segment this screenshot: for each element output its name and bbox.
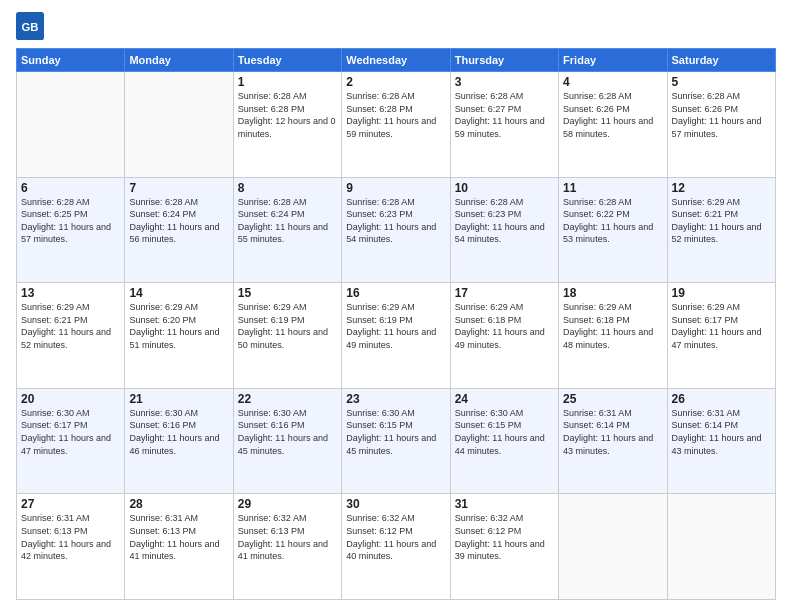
table-row: 10Sunrise: 6:28 AMSunset: 6:23 PMDayligh…: [450, 177, 558, 283]
table-row: 4Sunrise: 6:28 AMSunset: 6:26 PMDaylight…: [559, 72, 667, 178]
day-info: Sunrise: 6:29 AMSunset: 6:20 PMDaylight:…: [129, 301, 228, 351]
day-number: 23: [346, 392, 445, 406]
day-number: 5: [672, 75, 771, 89]
table-row: [125, 72, 233, 178]
day-info: Sunrise: 6:28 AMSunset: 6:23 PMDaylight:…: [455, 196, 554, 246]
logo-icon: GB: [16, 12, 44, 40]
column-header-monday: Monday: [125, 49, 233, 72]
day-number: 15: [238, 286, 337, 300]
table-row: 7Sunrise: 6:28 AMSunset: 6:24 PMDaylight…: [125, 177, 233, 283]
column-header-sunday: Sunday: [17, 49, 125, 72]
table-row: 29Sunrise: 6:32 AMSunset: 6:13 PMDayligh…: [233, 494, 341, 600]
day-number: 14: [129, 286, 228, 300]
day-number: 25: [563, 392, 662, 406]
day-info: Sunrise: 6:31 AMSunset: 6:13 PMDaylight:…: [21, 512, 120, 562]
day-number: 10: [455, 181, 554, 195]
day-number: 6: [21, 181, 120, 195]
table-row: 3Sunrise: 6:28 AMSunset: 6:27 PMDaylight…: [450, 72, 558, 178]
day-info: Sunrise: 6:30 AMSunset: 6:15 PMDaylight:…: [455, 407, 554, 457]
day-info: Sunrise: 6:31 AMSunset: 6:14 PMDaylight:…: [672, 407, 771, 457]
table-row: [559, 494, 667, 600]
day-info: Sunrise: 6:29 AMSunset: 6:19 PMDaylight:…: [238, 301, 337, 351]
table-row: 13Sunrise: 6:29 AMSunset: 6:21 PMDayligh…: [17, 283, 125, 389]
day-number: 22: [238, 392, 337, 406]
table-row: 2Sunrise: 6:28 AMSunset: 6:28 PMDaylight…: [342, 72, 450, 178]
column-header-thursday: Thursday: [450, 49, 558, 72]
table-row: 21Sunrise: 6:30 AMSunset: 6:16 PMDayligh…: [125, 388, 233, 494]
table-row: 19Sunrise: 6:29 AMSunset: 6:17 PMDayligh…: [667, 283, 775, 389]
table-row: [17, 72, 125, 178]
table-row: 31Sunrise: 6:32 AMSunset: 6:12 PMDayligh…: [450, 494, 558, 600]
day-number: 8: [238, 181, 337, 195]
table-row: 24Sunrise: 6:30 AMSunset: 6:15 PMDayligh…: [450, 388, 558, 494]
day-number: 24: [455, 392, 554, 406]
day-info: Sunrise: 6:28 AMSunset: 6:22 PMDaylight:…: [563, 196, 662, 246]
day-number: 13: [21, 286, 120, 300]
table-row: 26Sunrise: 6:31 AMSunset: 6:14 PMDayligh…: [667, 388, 775, 494]
day-info: Sunrise: 6:28 AMSunset: 6:23 PMDaylight:…: [346, 196, 445, 246]
day-info: Sunrise: 6:29 AMSunset: 6:18 PMDaylight:…: [563, 301, 662, 351]
table-row: 22Sunrise: 6:30 AMSunset: 6:16 PMDayligh…: [233, 388, 341, 494]
table-row: 14Sunrise: 6:29 AMSunset: 6:20 PMDayligh…: [125, 283, 233, 389]
day-number: 27: [21, 497, 120, 511]
table-row: 16Sunrise: 6:29 AMSunset: 6:19 PMDayligh…: [342, 283, 450, 389]
day-number: 1: [238, 75, 337, 89]
calendar-page: GB SundayMondayTuesdayWednesdayThursdayF…: [0, 0, 792, 612]
column-header-tuesday: Tuesday: [233, 49, 341, 72]
table-row: 17Sunrise: 6:29 AMSunset: 6:18 PMDayligh…: [450, 283, 558, 389]
day-number: 18: [563, 286, 662, 300]
table-row: 8Sunrise: 6:28 AMSunset: 6:24 PMDaylight…: [233, 177, 341, 283]
day-info: Sunrise: 6:32 AMSunset: 6:12 PMDaylight:…: [346, 512, 445, 562]
table-row: 20Sunrise: 6:30 AMSunset: 6:17 PMDayligh…: [17, 388, 125, 494]
day-number: 11: [563, 181, 662, 195]
day-info: Sunrise: 6:30 AMSunset: 6:16 PMDaylight:…: [238, 407, 337, 457]
day-number: 12: [672, 181, 771, 195]
day-info: Sunrise: 6:29 AMSunset: 6:17 PMDaylight:…: [672, 301, 771, 351]
day-info: Sunrise: 6:31 AMSunset: 6:14 PMDaylight:…: [563, 407, 662, 457]
table-row: 11Sunrise: 6:28 AMSunset: 6:22 PMDayligh…: [559, 177, 667, 283]
day-info: Sunrise: 6:28 AMSunset: 6:26 PMDaylight:…: [672, 90, 771, 140]
day-info: Sunrise: 6:30 AMSunset: 6:16 PMDaylight:…: [129, 407, 228, 457]
day-number: 29: [238, 497, 337, 511]
table-row: 15Sunrise: 6:29 AMSunset: 6:19 PMDayligh…: [233, 283, 341, 389]
day-number: 9: [346, 181, 445, 195]
table-row: 23Sunrise: 6:30 AMSunset: 6:15 PMDayligh…: [342, 388, 450, 494]
table-row: 28Sunrise: 6:31 AMSunset: 6:13 PMDayligh…: [125, 494, 233, 600]
column-header-saturday: Saturday: [667, 49, 775, 72]
day-number: 3: [455, 75, 554, 89]
day-info: Sunrise: 6:29 AMSunset: 6:21 PMDaylight:…: [21, 301, 120, 351]
day-info: Sunrise: 6:29 AMSunset: 6:19 PMDaylight:…: [346, 301, 445, 351]
table-row: 12Sunrise: 6:29 AMSunset: 6:21 PMDayligh…: [667, 177, 775, 283]
table-row: 25Sunrise: 6:31 AMSunset: 6:14 PMDayligh…: [559, 388, 667, 494]
day-number: 7: [129, 181, 228, 195]
column-header-friday: Friday: [559, 49, 667, 72]
day-number: 31: [455, 497, 554, 511]
table-row: 6Sunrise: 6:28 AMSunset: 6:25 PMDaylight…: [17, 177, 125, 283]
day-info: Sunrise: 6:28 AMSunset: 6:26 PMDaylight:…: [563, 90, 662, 140]
day-number: 28: [129, 497, 228, 511]
table-row: 30Sunrise: 6:32 AMSunset: 6:12 PMDayligh…: [342, 494, 450, 600]
day-info: Sunrise: 6:28 AMSunset: 6:25 PMDaylight:…: [21, 196, 120, 246]
table-row: [667, 494, 775, 600]
column-header-wednesday: Wednesday: [342, 49, 450, 72]
day-info: Sunrise: 6:29 AMSunset: 6:18 PMDaylight:…: [455, 301, 554, 351]
day-info: Sunrise: 6:32 AMSunset: 6:12 PMDaylight:…: [455, 512, 554, 562]
day-number: 26: [672, 392, 771, 406]
calendar-table: SundayMondayTuesdayWednesdayThursdayFrid…: [16, 48, 776, 600]
day-number: 2: [346, 75, 445, 89]
day-info: Sunrise: 6:28 AMSunset: 6:28 PMDaylight:…: [346, 90, 445, 140]
day-number: 20: [21, 392, 120, 406]
table-row: 18Sunrise: 6:29 AMSunset: 6:18 PMDayligh…: [559, 283, 667, 389]
table-row: 9Sunrise: 6:28 AMSunset: 6:23 PMDaylight…: [342, 177, 450, 283]
day-number: 16: [346, 286, 445, 300]
day-info: Sunrise: 6:32 AMSunset: 6:13 PMDaylight:…: [238, 512, 337, 562]
table-row: 5Sunrise: 6:28 AMSunset: 6:26 PMDaylight…: [667, 72, 775, 178]
day-number: 21: [129, 392, 228, 406]
day-info: Sunrise: 6:30 AMSunset: 6:17 PMDaylight:…: [21, 407, 120, 457]
logo: GB: [16, 12, 48, 40]
day-info: Sunrise: 6:28 AMSunset: 6:28 PMDaylight:…: [238, 90, 337, 140]
svg-text:GB: GB: [21, 21, 38, 33]
day-info: Sunrise: 6:28 AMSunset: 6:24 PMDaylight:…: [129, 196, 228, 246]
day-info: Sunrise: 6:30 AMSunset: 6:15 PMDaylight:…: [346, 407, 445, 457]
day-number: 17: [455, 286, 554, 300]
